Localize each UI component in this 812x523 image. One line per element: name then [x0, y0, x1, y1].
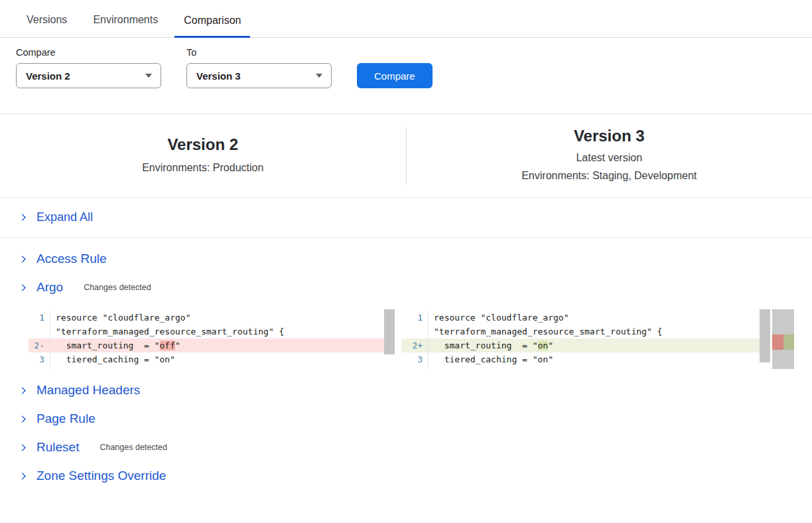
compare-field-group: Compare Version 2	[16, 47, 161, 88]
code-text: tiered_caching = "on"	[56, 354, 175, 364]
line-number: 3	[401, 352, 428, 366]
to-field-group: To Version 3	[186, 47, 332, 88]
diff-line-wrap: "terraform_managed_resource_smart_routin…	[401, 325, 770, 338]
argo-diff: 1 resource "cloudflare_argo" "terraform_…	[29, 309, 812, 369]
line-number	[29, 366, 50, 369]
compare-label: Compare	[16, 47, 161, 58]
version-header-left: Version 2 Environments: Production	[0, 135, 406, 177]
deleted-word: off	[160, 340, 175, 350]
scrollbar[interactable]	[384, 309, 395, 369]
diff-panel-left[interactable]: 1 resource "cloudflare_argo" "terraform_…	[29, 309, 395, 369]
section-label: Ruleset	[36, 440, 79, 455]
compare-version-value: Version 2	[26, 70, 70, 82]
comparison-page: Versions Environments Comparison Compare…	[0, 0, 812, 483]
code-text: }	[56, 368, 61, 369]
code-text: "	[548, 340, 553, 350]
code-lines: 1 resource "cloudflare_argo" "terraform_…	[401, 309, 770, 369]
diff-overview-ruler[interactable]	[772, 309, 794, 369]
section-ruleset[interactable]: Ruleset Changes detected	[19, 440, 167, 455]
chevron-right-icon	[19, 283, 28, 292]
compare-form: Compare Version 2 To Version 3 Compare	[16, 47, 812, 88]
line-number	[401, 366, 428, 369]
addition-marker	[783, 335, 794, 350]
code-text: "	[175, 340, 180, 350]
compare-button[interactable]: Compare	[357, 63, 433, 88]
line-number	[401, 325, 428, 338]
diff-line: 3 tiered_caching = "on"	[401, 352, 770, 366]
code-text: }	[434, 368, 439, 369]
scrollbar[interactable]	[760, 309, 770, 369]
to-label: To	[186, 47, 332, 58]
line-number: 1	[401, 311, 428, 325]
line-number: 2-	[29, 338, 50, 352]
tab-bar: Versions Environments Comparison	[0, 0, 812, 38]
code-text: resource "cloudflare_argo"	[434, 313, 569, 323]
code-text: tiered_caching = "on"	[434, 354, 553, 364]
version-headers: Version 2 Environments: Production Versi…	[0, 114, 812, 197]
diff-line: 3 tiered_caching = "on"	[29, 352, 395, 366]
changes-detected-badge: Changes detected	[84, 283, 151, 292]
compare-version-select[interactable]: Version 2	[16, 63, 161, 88]
section-managed-headers[interactable]: Managed Headers	[19, 383, 140, 398]
diff-line: 1 resource "cloudflare_argo"	[401, 311, 770, 325]
diff-panel-right[interactable]: 1 resource "cloudflare_argo" "terraform_…	[401, 309, 770, 369]
scrollbar-thumb[interactable]	[760, 309, 770, 362]
code-lines: 1 resource "cloudflare_argo" "terraform_…	[29, 309, 395, 369]
code-text: smart_routing = "	[434, 340, 538, 350]
diff-line-deleted: 2- smart_routing = "off"	[29, 338, 395, 352]
divider	[0, 237, 812, 238]
version-left-title: Version 2	[0, 135, 406, 154]
tab-comparison[interactable]: Comparison	[174, 15, 250, 38]
chevron-right-icon	[19, 415, 28, 423]
to-version-value: Version 3	[196, 70, 241, 82]
chevron-down-icon	[145, 74, 152, 78]
tab-environments[interactable]: Environments	[84, 14, 167, 37]
section-page-rule[interactable]: Page Rule	[19, 411, 96, 426]
section-access-rule[interactable]: Access Rule	[19, 252, 107, 266]
line-number: 1	[29, 311, 50, 325]
code-text: "terraform_managed_resource_smart_routin…	[56, 327, 284, 336]
version-left-subtitle: Environments: Production	[0, 159, 406, 177]
chevron-right-icon	[19, 386, 28, 395]
line-number: 2+	[401, 338, 428, 352]
added-word: on	[538, 340, 549, 350]
diff-line: }	[29, 366, 395, 369]
diff-line-wrap: "terraform_managed_resource_smart_routin…	[29, 325, 395, 338]
version-right-subtitle-1: Latest version	[407, 149, 812, 167]
deletion-marker	[772, 335, 783, 350]
diff-line-added: 2+ smart_routing = "on"	[401, 338, 770, 352]
code-text: "terraform_managed_resource_smart_routin…	[434, 327, 662, 336]
scrollbar-thumb[interactable]	[384, 309, 395, 354]
diff-line: 1 resource "cloudflare_argo"	[29, 311, 395, 325]
line-number	[29, 325, 50, 338]
code-text: resource "cloudflare_argo"	[56, 313, 191, 323]
section-label: Page Rule	[36, 411, 96, 426]
section-label: Managed Headers	[36, 383, 140, 398]
line-number: 3	[29, 352, 50, 366]
expand-all-label: Expand All	[36, 210, 93, 224]
chevron-down-icon	[316, 74, 322, 78]
version-right-subtitle-2: Environments: Staging, Development	[407, 167, 812, 185]
chevron-right-icon	[19, 472, 28, 481]
section-label: Access Rule	[36, 252, 107, 266]
diff-line: }	[401, 366, 770, 369]
chevron-right-icon	[19, 213, 28, 222]
expand-all-button[interactable]: Expand All	[0, 198, 93, 237]
chevron-right-icon	[19, 443, 28, 452]
tab-versions[interactable]: Versions	[17, 14, 76, 37]
changes-detected-badge: Changes detected	[100, 443, 167, 452]
divider	[0, 197, 812, 198]
version-right-title: Version 3	[407, 127, 812, 145]
chevron-right-icon	[19, 255, 28, 263]
code-text: smart_routing = "	[56, 340, 160, 350]
to-version-select[interactable]: Version 3	[186, 63, 332, 88]
section-label: Zone Settings Override	[36, 469, 166, 483]
section-label: Argo	[36, 280, 63, 295]
section-argo[interactable]: Argo Changes detected	[19, 280, 151, 295]
section-zone-settings-override[interactable]: Zone Settings Override	[19, 469, 166, 483]
version-header-right: Version 3 Latest version Environments: S…	[407, 127, 812, 185]
